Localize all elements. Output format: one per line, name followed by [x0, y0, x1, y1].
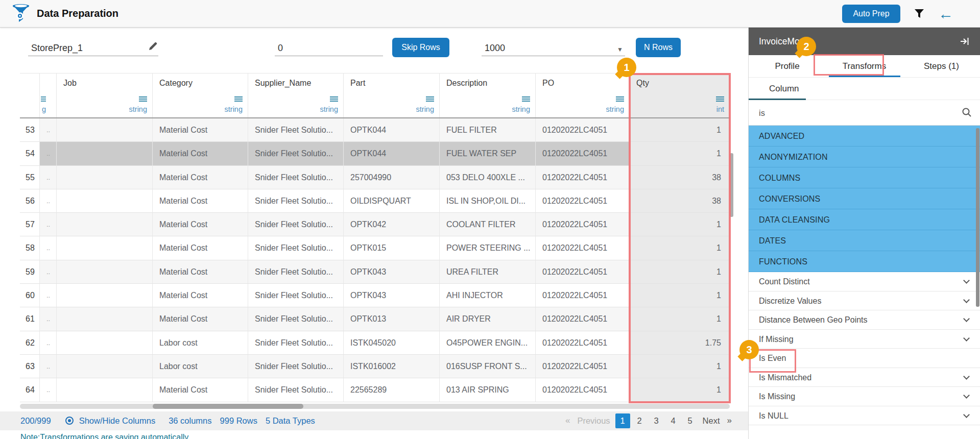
table-row[interactable]: 55 .. Material Cost Snider Fleet Solutio… [20, 166, 730, 189]
column-header[interactable]: Supplier_Name string [248, 74, 344, 117]
column-type-label: string [606, 105, 624, 113]
tab-column[interactable]: Column [769, 78, 799, 100]
supplier-name-cell: Snider Fleet Solutio... [248, 166, 344, 189]
search-input[interactable]: is [759, 100, 765, 126]
collapse-panel-icon[interactable] [960, 36, 970, 46]
description-cell: O45POWER ENGIN... [440, 331, 536, 355]
column-menu-icon[interactable] [426, 96, 434, 102]
category-cell: Material Cost [153, 142, 248, 165]
column-header[interactable]: Qty int [630, 74, 730, 117]
job-cell [57, 307, 153, 331]
column-type-label: string [225, 105, 243, 113]
pagination-last-button[interactable]: » [725, 416, 734, 426]
pagination-page-button[interactable]: 3 [649, 413, 664, 428]
vertical-scrollbar-thumb[interactable] [730, 153, 733, 217]
transform-list-item[interactable]: CONVERSIONS [749, 188, 980, 209]
column-menu-icon[interactable] [522, 96, 530, 102]
row-number-cell: 62 [20, 331, 40, 355]
table-row[interactable]: 59 .. Material Cost Snider Fleet Solutio… [20, 260, 730, 284]
pagination-next-button[interactable]: Next [700, 416, 723, 426]
job-cell [57, 331, 153, 355]
column-menu-icon[interactable] [616, 96, 624, 102]
panel-tab[interactable]: Transforms [826, 55, 903, 77]
part-cell: 22565289 [344, 378, 440, 402]
transform-list-item[interactable]: Discretize Values [749, 291, 980, 311]
transform-list-item[interactable]: ADVANCED [749, 126, 980, 147]
category-cell: Material Cost [153, 284, 248, 307]
main-content: Skip Rows 1000 ▼ N Rows g Job [0, 28, 748, 439]
clipped-cell: .. [40, 213, 57, 236]
table-row[interactable]: 64 .. Material Cost Snider Fleet Solutio… [20, 378, 730, 402]
column-menu-icon[interactable] [234, 96, 243, 102]
pagination-page-button[interactable]: 1 [615, 413, 630, 428]
auto-prep-button[interactable]: Auto Prep [842, 5, 900, 23]
table-row[interactable]: 58 .. Material Cost Snider Fleet Solutio… [20, 236, 730, 260]
back-arrow-icon[interactable]: ← [938, 6, 953, 21]
po-cell: 01202022LC4051 [536, 355, 630, 378]
transform-list-item[interactable]: COLUMNS [749, 167, 980, 188]
table-row[interactable]: 57 .. Material Cost Snider Fleet Solutio… [20, 213, 730, 236]
transform-list-item[interactable]: If Missing [749, 330, 980, 349]
horizontal-scrollbar-thumb[interactable] [153, 404, 303, 409]
category-cell: Material Cost [153, 213, 248, 236]
qty-cell: 38 [630, 189, 730, 213]
column-menu-icon[interactable] [330, 96, 338, 102]
transform-list-item[interactable]: Is NULL [749, 406, 980, 426]
transform-list-item[interactable]: Is Missing [749, 387, 980, 406]
column-header[interactable]: PO string [536, 74, 630, 117]
search-icon[interactable] [962, 107, 972, 117]
supplier-name-cell: Snider Fleet Solutio... [248, 236, 344, 260]
skip-rows-input[interactable] [275, 41, 383, 56]
column-header[interactable]: Part string [344, 74, 440, 117]
pagination-previous-button[interactable]: Previous [574, 416, 613, 426]
columns-count: 36 columns [169, 416, 211, 426]
transform-list-item[interactable]: Is Mismatched [749, 368, 980, 387]
horizontal-scrollbar[interactable] [20, 404, 730, 409]
transform-list-item[interactable]: DATES [749, 230, 980, 251]
list-scrollbar-thumb[interactable] [976, 128, 979, 307]
column-type-label: string [416, 105, 434, 113]
category-cell: Material Cost [153, 260, 248, 284]
panel-tab[interactable]: Profile [749, 55, 826, 77]
qty-cell: 1 [630, 284, 730, 307]
transform-list-item[interactable]: FUNCTIONS [749, 251, 980, 272]
filter-icon[interactable] [914, 8, 925, 19]
top-bar: Data Preparation Auto Prep ← [0, 0, 980, 28]
table-row[interactable]: 60 .. Material Cost Snider Fleet Solutio… [20, 284, 730, 307]
part-cell: OILDISPQUART [344, 189, 440, 213]
pagination-first-button[interactable]: « [563, 416, 572, 426]
table-row[interactable]: 63 .. Labor cost Snider Fleet Solutio...… [20, 355, 730, 378]
job-cell [57, 355, 153, 378]
skip-rows-button[interactable]: Skip Rows [392, 38, 449, 57]
table-row[interactable]: 54 .. Material Cost Snider Fleet Solutio… [20, 142, 730, 165]
column-menu-icon[interactable] [716, 96, 724, 102]
transform-list-item[interactable]: Is Even [749, 349, 980, 368]
column-header[interactable]: Description string [440, 74, 536, 117]
table-row[interactable]: 61 .. Material Cost Snider Fleet Solutio… [20, 307, 730, 331]
show-hide-columns-button[interactable]: Show/Hide Columns [64, 416, 155, 426]
supplier-name-cell: Snider Fleet Solutio... [248, 142, 344, 165]
dataset-name-input[interactable] [28, 41, 158, 56]
transform-list-item[interactable]: DATA CLEANSING [749, 209, 980, 230]
chevron-down-icon [963, 297, 970, 303]
n-rows-select[interactable]: 1000 ▼ [482, 41, 625, 56]
pagination-page-button[interactable]: 4 [666, 413, 681, 428]
edit-pencil-icon[interactable] [147, 41, 158, 52]
transform-list-item[interactable]: Distance Between Geo Points [749, 310, 980, 330]
po-cell: 01202022LC4051 [536, 166, 630, 189]
table-row[interactable]: 56 .. Material Cost Snider Fleet Solutio… [20, 189, 730, 213]
pagination-page-button[interactable]: 5 [683, 413, 698, 428]
job-cell [57, 142, 153, 165]
column-header[interactable]: Job string [57, 74, 153, 117]
table-row[interactable]: 53 .. Material Cost Snider Fleet Solutio… [20, 118, 730, 142]
table-row[interactable]: 62 .. Labor cost Snider Fleet Solutio...… [20, 331, 730, 355]
n-rows-button[interactable]: N Rows [636, 38, 681, 57]
pagination-page-button[interactable]: 2 [632, 413, 647, 428]
clipped-column-header[interactable]: g [40, 74, 57, 117]
panel-tab[interactable]: Steps (1) [903, 55, 980, 77]
transform-list-item[interactable]: Count Distinct [749, 272, 980, 291]
column-menu-icon[interactable] [41, 96, 46, 102]
column-header[interactable]: Category string [153, 74, 248, 117]
column-menu-icon[interactable] [139, 96, 147, 102]
transform-list-item[interactable]: ANONYMIZATION [749, 147, 980, 167]
